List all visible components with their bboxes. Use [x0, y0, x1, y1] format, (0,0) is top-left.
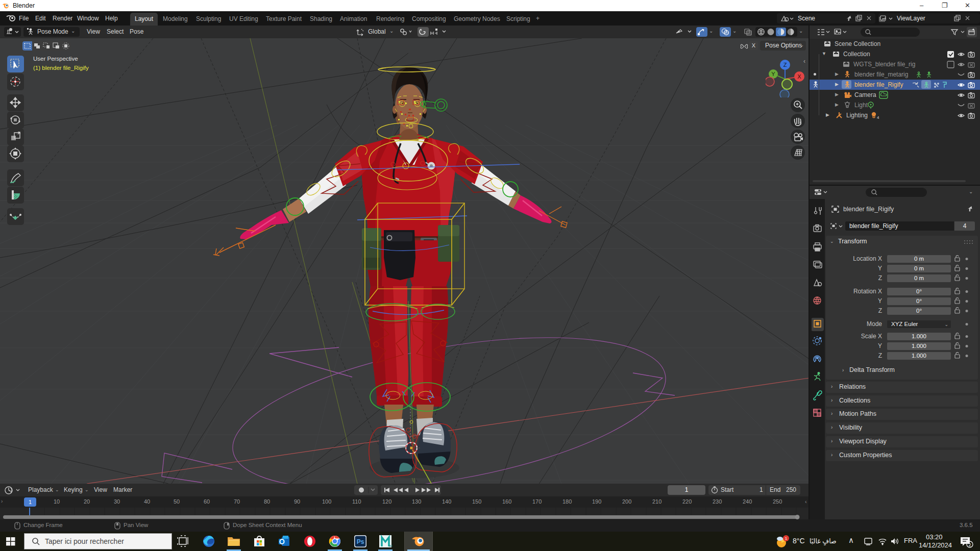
svg-text:2: 2 [968, 542, 971, 547]
svg-text:4: 4 [877, 115, 879, 120]
svg-text:MAYA: MAYA [389, 544, 393, 547]
svg-text:1: 1 [785, 536, 788, 541]
svg-text:X: X [797, 73, 801, 80]
svg-text:Ps: Ps [357, 538, 364, 545]
svg-text:Z: Z [783, 62, 787, 68]
svg-text:Y: Y [771, 71, 775, 77]
